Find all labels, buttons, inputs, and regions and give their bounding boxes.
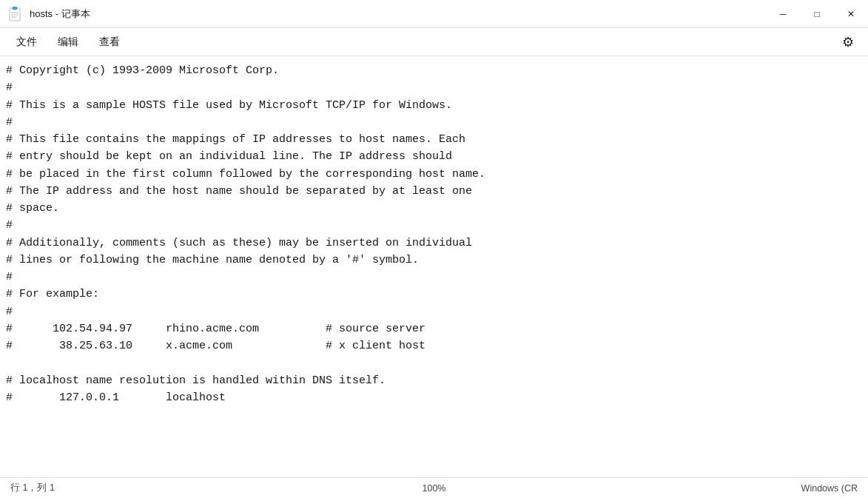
notepad-icon: [9, 7, 22, 21]
maximize-button[interactable]: □: [800, 0, 834, 28]
title-bar-left: hosts - 记事本: [9, 7, 90, 21]
status-encoding: Windows (CR: [575, 483, 858, 494]
svg-rect-1: [13, 7, 17, 10]
settings-icon[interactable]: ⚙: [834, 30, 862, 54]
menu-edit[interactable]: 编辑: [47, 31, 89, 53]
title-bar: hosts - 记事本 ─ □ ✕: [0, 0, 868, 28]
editor-area[interactable]: # Copyright (c) 1993-2009 Microsoft Corp…: [0, 56, 868, 477]
title-bar-controls: ─ □ ✕: [766, 0, 868, 27]
status-zoom: 100%: [293, 483, 576, 494]
status-position: 行 1，列 1: [10, 482, 293, 494]
menu-items: 文件 编辑 查看: [6, 31, 130, 53]
minimize-button[interactable]: ─: [766, 0, 800, 28]
menu-bar: 文件 编辑 查看 ⚙: [0, 28, 868, 56]
menu-view[interactable]: 查看: [89, 31, 130, 53]
status-bar: 行 1，列 1 100% Windows (CR: [0, 477, 868, 498]
title-bar-title: hosts - 记事本: [30, 7, 90, 21]
close-button[interactable]: ✕: [834, 0, 868, 28]
menu-file[interactable]: 文件: [6, 31, 47, 53]
